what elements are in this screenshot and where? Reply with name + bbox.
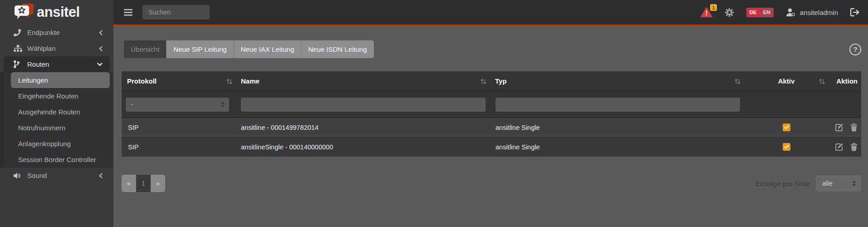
column-header-protokoll: Protokoll [122, 71, 237, 91]
column-header-aktion: Aktion [827, 71, 861, 91]
cell-aktiv [745, 137, 827, 157]
routen-submenu: Leitungen Eingehende Routen Ausgehende R… [0, 72, 113, 168]
cell-protokoll: SIP [122, 137, 237, 157]
protokoll-filter-select[interactable]: - [126, 98, 229, 112]
sidebar-subitem-notrufnummern[interactable]: Notrufnummern [4, 120, 113, 136]
select-caret-icon [221, 101, 225, 109]
main-area: 1 DE EN [113, 0, 868, 227]
sort-icon[interactable] [734, 78, 741, 86]
sub-item-label: Session Border Controller [18, 156, 96, 163]
sidebar-subitem-session-border-controller[interactable]: Session Border Controller [4, 152, 113, 168]
sidebar-item-waehlplan[interactable]: Wählplan [0, 40, 113, 56]
sidebar-subitem-leitungen[interactable]: Leitungen [11, 72, 110, 88]
chevron-left-icon [99, 30, 103, 35]
sidebar-item-label: Endpunkte [27, 29, 60, 36]
table-header-row: Protokoll Name Typ [122, 71, 861, 91]
sort-icon[interactable] [819, 78, 825, 86]
select-caret-icon [852, 180, 856, 188]
column-header-name: Name [237, 71, 491, 91]
cell-aktiv [745, 118, 827, 137]
alert-warning-icon[interactable]: 1 [701, 7, 712, 17]
cell-typ: ansitline Single [491, 137, 745, 157]
sub-item-label: Eingehende Routen [18, 92, 78, 100]
speaker-icon [14, 172, 23, 179]
tab-neue-iax-leitung[interactable]: Neue IAX Leitung [234, 40, 302, 58]
username-label: ansiteladmin [800, 9, 838, 16]
edit-icon[interactable] [835, 143, 843, 151]
pager: « 1 » [122, 175, 165, 192]
sidebar-subitem-anlagenkopplung[interactable]: Anlagenkopplung [4, 136, 113, 152]
sub-item-label: Ausgehende Routen [18, 108, 80, 116]
sidebar-item-endpunkte[interactable]: Endpunkte [0, 25, 113, 40]
user-menu[interactable]: ansiteladmin [786, 8, 838, 17]
lang-de-button[interactable]: DE [746, 8, 760, 17]
route-branch-icon [14, 60, 23, 68]
aktiv-checkbox[interactable] [783, 123, 790, 131]
hamburger-menu-icon[interactable] [124, 9, 132, 16]
cell-protokoll: SIP [122, 118, 237, 137]
ansitel-logo-icon [14, 3, 34, 21]
topbar: 1 DE EN [113, 0, 868, 25]
leitungen-table: Protokoll Name Typ [122, 71, 861, 157]
cell-name: ansitlineSingle - 000140000000 [237, 137, 491, 157]
gear-icon[interactable] [725, 8, 734, 17]
search-input[interactable] [142, 5, 210, 20]
name-filter-input[interactable] [241, 98, 485, 112]
brand[interactable]: ansitel [0, 0, 113, 25]
alert-count-badge: 1 [710, 4, 717, 11]
sidebar-item-sound[interactable]: Sound [0, 168, 113, 183]
selected-value: - [131, 101, 133, 108]
phone-icon [14, 29, 23, 36]
sub-item-label: Leitungen [18, 76, 48, 84]
chevron-down-icon [97, 63, 103, 66]
chevron-left-icon [99, 46, 103, 51]
column-header-typ: Typ [491, 71, 745, 91]
cell-aktion [827, 137, 861, 157]
table-filter-row: - [122, 91, 861, 118]
sitemap-icon [14, 45, 23, 52]
cell-aktion [827, 118, 861, 137]
help-icon[interactable]: ? [849, 44, 861, 55]
sidebar-subitem-eingehende-routen[interactable]: Eingehende Routen [4, 88, 113, 104]
aktiv-checkbox[interactable] [783, 143, 790, 151]
per-page-select[interactable]: alle [816, 175, 861, 192]
cell-name: ansitline - 0001499782014 [237, 118, 491, 137]
table-row: SIP ansitline - 0001499782014 ansitline … [122, 118, 861, 137]
language-toggle: DE EN [746, 8, 774, 17]
tab-neue-sip-leitung[interactable]: Neue SIP Leitung [167, 40, 234, 58]
sidebar-item-label: Sound [27, 172, 47, 179]
brand-name: ansitel [37, 4, 80, 20]
tab-neue-isdn-leitung[interactable]: Neue ISDN Leitung [301, 40, 373, 58]
sort-icon[interactable] [480, 78, 487, 86]
trash-icon[interactable] [850, 143, 858, 151]
content: Übersicht Neue SIP Leitung Neue IAX Leit… [113, 26, 868, 192]
sub-item-label: Notrufnummern [18, 124, 65, 132]
sidebar-item-label: Wählplan [27, 44, 56, 52]
user-icon [786, 8, 796, 17]
pagination-prev-button[interactable]: « [122, 175, 136, 192]
selected-value: alle [822, 180, 833, 187]
sub-item-label: Anlagenkopplung [18, 140, 71, 148]
typ-filter-input[interactable] [495, 98, 740, 112]
sort-icon[interactable] [226, 78, 233, 86]
per-page-control: Einträge pro Seite alle [755, 175, 861, 192]
sidebar-item-label: Routen [27, 60, 49, 68]
trash-icon[interactable] [850, 123, 858, 132]
app-window: ansitel Endpunkte Wählplan Routen [0, 0, 868, 227]
per-page-label: Einträge pro Seite [755, 180, 810, 188]
table-row: SIP ansitlineSingle - 000140000000 ansit… [122, 137, 861, 157]
edit-icon[interactable] [835, 123, 843, 132]
lang-en-button[interactable]: EN [760, 8, 774, 17]
column-header-aktiv: Aktiv [745, 71, 827, 91]
sidebar-item-routen[interactable]: Routen [4, 56, 110, 72]
cell-typ: ansitline Single [491, 118, 745, 137]
logout-icon[interactable] [850, 8, 860, 16]
tab-uebersicht[interactable]: Übersicht [124, 40, 167, 58]
tabs-row: Übersicht Neue SIP Leitung Neue IAX Leit… [124, 40, 861, 58]
pagination-row: « 1 » Einträge pro Seite alle [122, 175, 861, 192]
topbar-right: 1 DE EN [701, 7, 860, 17]
chevron-left-icon [99, 173, 103, 178]
pagination-next-button[interactable]: » [151, 175, 165, 192]
pagination-page-1[interactable]: 1 [136, 175, 151, 192]
sidebar-subitem-ausgehende-routen[interactable]: Ausgehende Routen [4, 104, 113, 120]
